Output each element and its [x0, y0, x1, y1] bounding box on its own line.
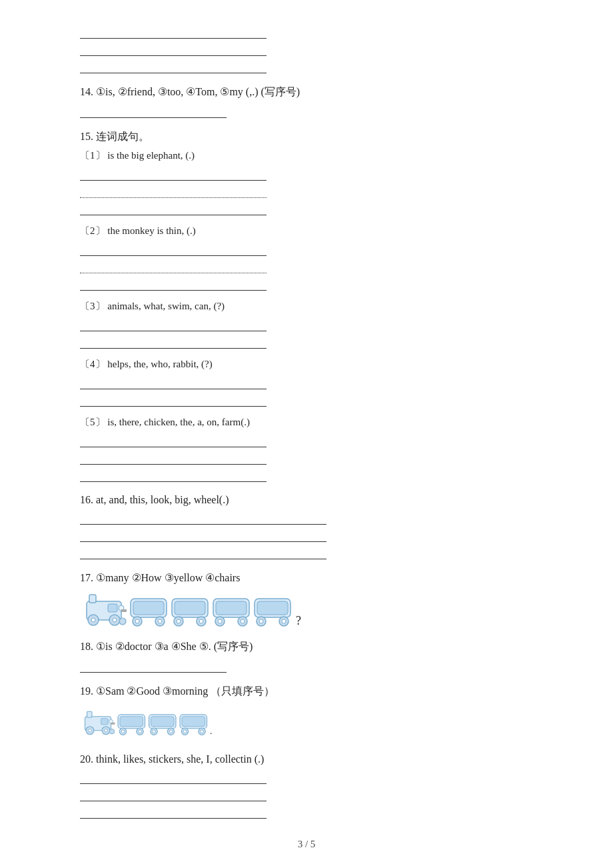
q15-sub3: 〔3〕 animals, what, swim, can, (?) — [80, 300, 533, 313]
svg-point-31 — [259, 619, 263, 623]
svg-point-42 — [109, 729, 115, 735]
svg-point-39 — [89, 729, 92, 733]
svg-rect-17 — [175, 601, 205, 615]
svg-point-47 — [121, 730, 125, 733]
svg-rect-1 — [89, 595, 96, 603]
svg-point-59 — [183, 730, 187, 733]
svg-point-55 — [169, 730, 173, 733]
q15-sub1-text: is the big elephant, (.) — [107, 150, 195, 161]
question-18: 18. ①is ②doctor ③a ④She ⑤. (写序号) — [80, 640, 533, 673]
q17-question-mark: ? — [296, 614, 301, 628]
q19-train: . — [80, 707, 420, 737]
svg-rect-2 — [108, 604, 117, 612]
q16-line3[interactable] — [80, 545, 326, 559]
train-car-1 — [128, 593, 169, 628]
q15-sub3-num: 〔3〕 — [80, 301, 105, 311]
q16-line2[interactable] — [80, 527, 326, 542]
q19-label: 19. ①Sam ②Good ③morning （只填序号） — [80, 685, 533, 699]
svg-rect-43 — [111, 723, 115, 725]
q17-label: 17. ①many ②How ③yellow ④chairs — [80, 571, 533, 584]
svg-point-5 — [91, 618, 95, 622]
svg-point-53 — [153, 730, 156, 733]
q15-sub4-num: 〔4〕 — [80, 359, 105, 369]
svg-point-27 — [241, 619, 245, 623]
q15-sub5-num: 〔5〕 — [80, 417, 105, 427]
q15-sub1-line2[interactable] — [80, 183, 267, 198]
q19-period: . — [210, 726, 212, 737]
question-19: 19. ①Sam ②Good ③morning （只填序号） — [80, 685, 533, 741]
q15-sub3-line2[interactable] — [80, 334, 267, 349]
svg-point-49 — [139, 730, 142, 733]
q19-train-car-2 — [147, 711, 179, 737]
question-15: 15. 连词成句。 〔1〕 is the big elephant, (.) 〔… — [80, 130, 533, 482]
q15-sub2-line2[interactable] — [80, 259, 267, 273]
train-car-3 — [211, 593, 252, 628]
q15-sub4-line1[interactable] — [80, 375, 267, 389]
svg-rect-29 — [257, 601, 288, 615]
question-20: 20. think, likes, stickers, she, I, coll… — [80, 753, 533, 819]
svg-rect-23 — [216, 601, 247, 615]
q15-sub1-line3[interactable] — [80, 201, 267, 215]
q16-line1[interactable] — [80, 510, 326, 525]
svg-point-19 — [177, 619, 181, 623]
q15-sub5: 〔5〕 is, there, chicken, the, a, on, farm… — [80, 416, 533, 429]
q15-sub2-num: 〔2〕 — [80, 225, 105, 236]
q15-sub5-line2[interactable] — [80, 450, 267, 465]
svg-rect-9 — [121, 609, 127, 612]
svg-point-41 — [105, 729, 108, 733]
q15-sub2: 〔2〕 the monkey is thin, (.) — [80, 225, 533, 237]
q15-sub4: 〔4〕 helps, the, who, rabbit, (?) — [80, 358, 533, 371]
svg-rect-45 — [120, 717, 143, 727]
train-car-4 — [252, 593, 293, 628]
svg-point-21 — [199, 619, 203, 623]
question-16: 16. at, and, this, look, big, wheel(.) — [80, 494, 533, 559]
q15-sub2-line1[interactable] — [80, 241, 267, 256]
q20-line3[interactable] — [80, 804, 267, 819]
q20-line2[interactable] — [80, 787, 267, 801]
q15-sub4-line2[interactable] — [80, 392, 267, 407]
q15-sub3-line1[interactable] — [80, 317, 267, 331]
svg-point-8 — [119, 618, 126, 625]
q20-label: 20. think, likes, stickers, she, I, coll… — [80, 753, 533, 765]
q14-label: 14. ①is, ②friend, ③too, ④Tom, ⑤my (,.) (… — [80, 85, 533, 99]
q15-sub5-line1[interactable] — [80, 433, 267, 447]
q18-label: 18. ①is ②doctor ③a ④She ⑤. (写序号) — [80, 640, 533, 654]
q19-train-engine — [80, 707, 116, 737]
svg-point-25 — [218, 619, 222, 623]
q19-train-car-1 — [116, 711, 147, 737]
q15-sub5-line3[interactable] — [80, 467, 267, 482]
top-continuation — [80, 24, 533, 73]
q18-answer-line[interactable] — [80, 658, 227, 673]
svg-point-15 — [158, 619, 162, 623]
top-line-3 — [80, 59, 267, 73]
top-line-1 — [80, 24, 267, 39]
q15-sub2-text: the monkey is thin, (.) — [107, 225, 195, 236]
q15-sub2-line3[interactable] — [80, 276, 267, 291]
q15-sub1-line1[interactable] — [80, 166, 267, 181]
svg-rect-11 — [133, 601, 164, 615]
svg-rect-35 — [87, 711, 93, 717]
question-14: 14. ①is, ②friend, ③too, ④Tom, ⑤my (,.) (… — [80, 85, 533, 118]
q15-sub1: 〔1〕 is the big elephant, (.) — [80, 149, 533, 162]
svg-point-61 — [201, 730, 204, 733]
q17-train: ? — [80, 589, 533, 628]
page-number: 3 / 5 — [80, 839, 533, 850]
svg-rect-36 — [101, 719, 109, 725]
q15-sub3-text: animals, what, swim, can, (?) — [107, 301, 225, 311]
question-17: 17. ①many ②How ③yellow ④chairs — [80, 571, 533, 628]
q15-sub4-text: helps, the, who, rabbit, (?) — [107, 359, 212, 369]
q16-label: 16. at, and, this, look, big, wheel(.) — [80, 494, 533, 506]
svg-point-7 — [113, 618, 117, 622]
q20-line1[interactable] — [80, 769, 267, 784]
top-line-2 — [80, 41, 267, 56]
svg-rect-57 — [182, 717, 205, 727]
q14-answer-line[interactable] — [80, 103, 227, 118]
svg-point-33 — [282, 619, 286, 623]
q15-label: 15. 连词成句。 — [80, 130, 533, 144]
svg-point-13 — [135, 619, 139, 623]
q15-sub1-num: 〔1〕 — [80, 150, 105, 161]
svg-rect-51 — [151, 717, 175, 727]
train-engine — [80, 589, 128, 628]
train-car-2 — [169, 593, 211, 628]
q19-train-car-3 — [178, 711, 209, 737]
